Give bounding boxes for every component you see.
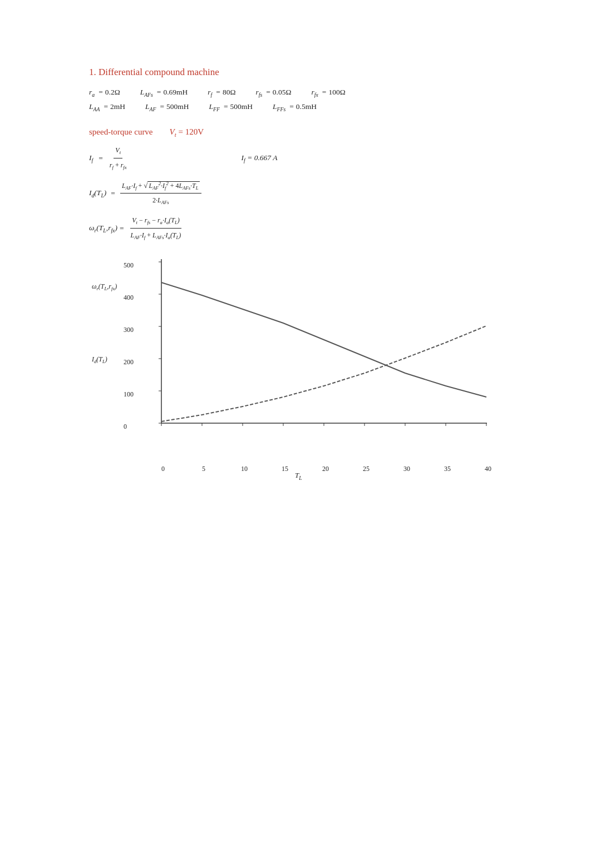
param-rfs: rfs = 0.05Ω <box>255 88 291 98</box>
section-title: speed-torque curve Vt = 120V <box>89 127 502 138</box>
param-rf: rf = 80Ω <box>208 88 235 98</box>
param-lafs: LAFs = 0.69mH <box>140 88 188 98</box>
param-laf: LAF = 500mH <box>145 102 189 112</box>
if-formula: If = Vt rf + rfx If = 0.667 A <box>89 143 502 172</box>
param-lffs: LFFs = 0.5mH <box>273 102 317 112</box>
x-axis-title: TL <box>295 471 302 481</box>
param-laa: LAA = 2mH <box>89 102 125 112</box>
omega-formula: ωr(TL,rfx) = Vt − rfs − ra·Ia(TL) LAF·If… <box>89 214 502 242</box>
chart-svg <box>145 259 490 437</box>
param-ra: ra = 0.2Ω <box>89 88 120 98</box>
param-lff: LFF = 500mH <box>209 102 253 112</box>
chart-left-labels: ωr(TL,rfx) Id(TL) <box>92 281 117 365</box>
chart-area: ωr(TL,rfx) Id(TL) 500 400 300 200 100 0 <box>145 259 512 465</box>
params-row-1: ra = 0.2Ω LAFs = 0.69mH rf = 80Ω rfs = 0… <box>89 88 502 98</box>
params-row-2: LAA = 2mH LAF = 500mH LFF = 500mH LFFs =… <box>89 102 502 112</box>
id-formula: Id(TL) = LAF·If + √LAF2·If2 + 4LAFs·TL 2… <box>89 178 502 208</box>
param-rfx: rfx = 100Ω <box>312 88 346 98</box>
page-title: 1. Differential compound machine <box>89 67 502 78</box>
